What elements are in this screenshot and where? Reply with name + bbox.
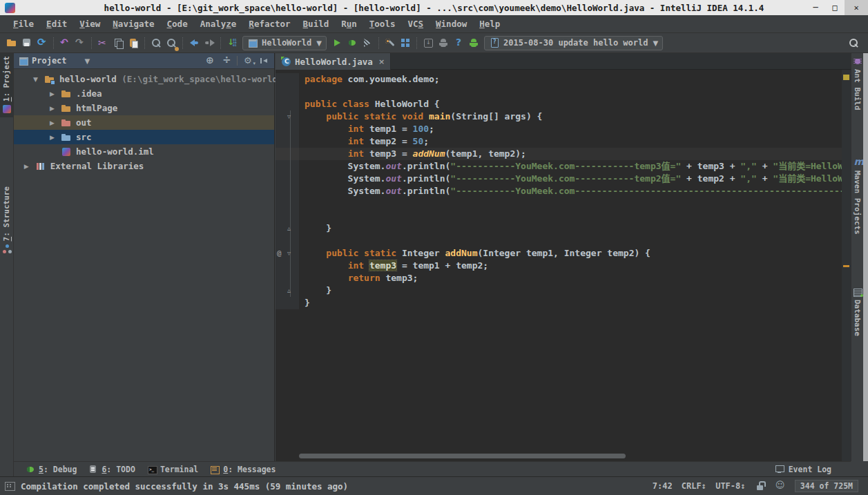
collapse-arrow-icon[interactable]: ▼ xyxy=(33,76,38,83)
tab-close-icon[interactable]: × xyxy=(378,57,385,66)
code-line-19[interactable]: } xyxy=(276,297,842,309)
menu-code[interactable]: Code xyxy=(161,19,194,29)
inspection-status-square[interactable] xyxy=(843,75,849,80)
event-log-button[interactable]: Event Log xyxy=(774,464,831,475)
editor-area[interactable]: HelloWorld.java × package com.youmeek.de… xyxy=(276,53,851,461)
code-line-8[interactable]: System.out.println("-----------YouMeek.c… xyxy=(276,160,842,173)
coverage-button[interactable] xyxy=(360,35,375,50)
sync-button[interactable] xyxy=(35,35,50,50)
code-line-1[interactable]: package com.youmeek.demo; xyxy=(276,73,842,86)
code-line-14[interactable] xyxy=(276,235,842,247)
code-line-11[interactable] xyxy=(276,197,842,210)
horizontal-scrollbar[interactable] xyxy=(299,454,626,458)
menu-vcs[interactable]: VCS xyxy=(401,19,430,29)
hide-panel-button[interactable] xyxy=(258,55,270,67)
menu-help[interactable]: Help xyxy=(473,19,506,29)
code-line-6[interactable]: int temp2 = 50; xyxy=(276,135,842,148)
code-line-9[interactable]: System.out.println("-----------YouMeek.c… xyxy=(276,173,842,185)
run-button[interactable] xyxy=(329,35,345,50)
tool-stripe-structure[interactable]: 7: Structure xyxy=(0,184,13,257)
caret-position[interactable]: 7:42 xyxy=(653,481,673,491)
code-line-2[interactable] xyxy=(276,86,842,98)
replace-button[interactable] xyxy=(164,35,179,50)
menu-refactor[interactable]: Refactor xyxy=(242,19,296,29)
code-line-4[interactable]: ▿ public static void main(String[] args)… xyxy=(276,110,842,123)
menu-window[interactable]: Window xyxy=(430,19,473,29)
tree-row-out[interactable]: ▶out xyxy=(14,115,274,130)
find-button[interactable] xyxy=(148,35,164,50)
fold-open-icon[interactable]: ▿ xyxy=(287,248,291,259)
tree-row-src[interactable]: ▶src xyxy=(14,130,274,144)
encoding-selector[interactable]: UTF-8↕ xyxy=(715,481,746,491)
project-dropdown-caret[interactable]: ▼ xyxy=(85,57,90,65)
code-line-7[interactable]: int temp3 = addNum(temp1, temp2); xyxy=(276,148,842,160)
tool-stripe-ant-build[interactable]: Ant Build xyxy=(851,53,863,113)
redo-button[interactable] xyxy=(73,35,88,50)
code-line-10[interactable]: System.out.println("-----------YouMeek.c… xyxy=(276,185,842,197)
menu-run[interactable]: Run xyxy=(335,19,363,29)
project-structure-button[interactable] xyxy=(398,35,413,50)
expand-arrow-icon[interactable]: ▶ xyxy=(50,134,55,141)
lock-icon[interactable] xyxy=(755,481,766,492)
tree-row-htmlpage[interactable]: ▶htmlPage xyxy=(14,101,274,115)
tool-stripe-project[interactable]: 1: Project xyxy=(0,53,13,117)
minimize-button[interactable]: ─ xyxy=(806,0,825,15)
code-line-12[interactable] xyxy=(276,210,842,222)
copy-button[interactable] xyxy=(110,35,126,50)
code-line-3[interactable]: public class HelloWorld { xyxy=(276,98,842,110)
tree-row-external-libraries[interactable]: ▶External Libraries xyxy=(14,159,274,173)
tree-row-hello-world[interactable]: ▼hello-world (E:\git_work_space\hello-wo… xyxy=(14,72,274,86)
search-everywhere-button[interactable] xyxy=(846,35,861,50)
line-separator-selector[interactable]: CRLF↕ xyxy=(682,481,706,491)
memory-indicator[interactable]: 344 of 725M xyxy=(795,480,858,492)
open-folder-button[interactable] xyxy=(4,35,19,50)
bottom-tab-todo[interactable]: 6: TODO xyxy=(88,464,135,475)
warning-stripe-mark[interactable] xyxy=(843,265,849,267)
forward-button[interactable] xyxy=(202,35,217,50)
bottom-tab-messages[interactable]: 0: Messages xyxy=(209,464,276,475)
close-button[interactable]: ✕ xyxy=(845,0,868,15)
save-button[interactable] xyxy=(19,35,35,50)
run-configuration-selector[interactable]: HelloWorld▼ xyxy=(242,36,327,50)
code-line-18[interactable]: ▵ } xyxy=(276,284,842,297)
paste-button[interactable] xyxy=(126,35,141,50)
menu-file[interactable]: File xyxy=(7,19,40,29)
fold-close-icon[interactable]: ▵ xyxy=(287,223,291,234)
back-button[interactable] xyxy=(186,35,202,50)
toggle-toolwindows-icon[interactable] xyxy=(4,481,15,492)
bottom-tab-terminal[interactable]: Terminal xyxy=(146,464,198,475)
code-line-5[interactable]: int temp1 = 100; xyxy=(276,123,842,135)
expand-arrow-icon[interactable]: ▶ xyxy=(24,163,29,170)
code-line-13[interactable]: ▵ } xyxy=(276,222,842,235)
fold-close-icon[interactable]: ▵ xyxy=(287,285,291,296)
menu-analyze[interactable]: Analyze xyxy=(194,19,243,29)
expand-arrow-icon[interactable]: ▶ xyxy=(50,90,55,97)
maximize-button[interactable]: □ xyxy=(825,0,845,15)
code-line-15[interactable]: ▿@ public static Integer addNum(Integer … xyxy=(276,247,842,260)
tree-row-hello-world-iml[interactable]: hello-world.iml xyxy=(14,144,274,159)
bottom-tab-debug[interactable]: 5: Debug xyxy=(25,464,77,475)
code-line-16[interactable]: int temp3 = temp1 + temp2; xyxy=(276,260,842,272)
expand-arrow-icon[interactable]: ▶ xyxy=(50,105,55,112)
tree-row--idea[interactable]: ▶.idea xyxy=(14,86,274,101)
menu-navigate[interactable]: Navigate xyxy=(106,19,160,29)
menu-build[interactable]: Build xyxy=(297,19,336,29)
menu-edit[interactable]: Edit xyxy=(40,19,73,29)
help-button[interactable] xyxy=(451,35,466,50)
highlighting-level-icon[interactable] xyxy=(775,481,786,492)
bytecode-button[interactable] xyxy=(224,35,240,50)
gear-button[interactable] xyxy=(242,55,255,67)
undo-button[interactable] xyxy=(57,35,73,50)
debug-button[interactable] xyxy=(345,35,360,50)
menu-tools[interactable]: Tools xyxy=(363,19,402,29)
cut-button[interactable] xyxy=(95,35,110,50)
tool-stripe-database[interactable]: Database xyxy=(851,284,863,339)
fold-open-icon[interactable]: ▿ xyxy=(287,111,291,122)
android-robot-button[interactable] xyxy=(436,35,451,50)
menu-view[interactable]: View xyxy=(73,19,106,29)
editor-tab-helloworld[interactable]: HelloWorld.java × xyxy=(276,53,391,70)
android-save-button[interactable] xyxy=(466,35,481,50)
vcs-commit-selector[interactable]: 2015-08-30 update hello world▼ xyxy=(484,36,663,50)
android-box-button[interactable] xyxy=(421,35,436,50)
settings-wrench-button[interactable] xyxy=(383,35,398,50)
